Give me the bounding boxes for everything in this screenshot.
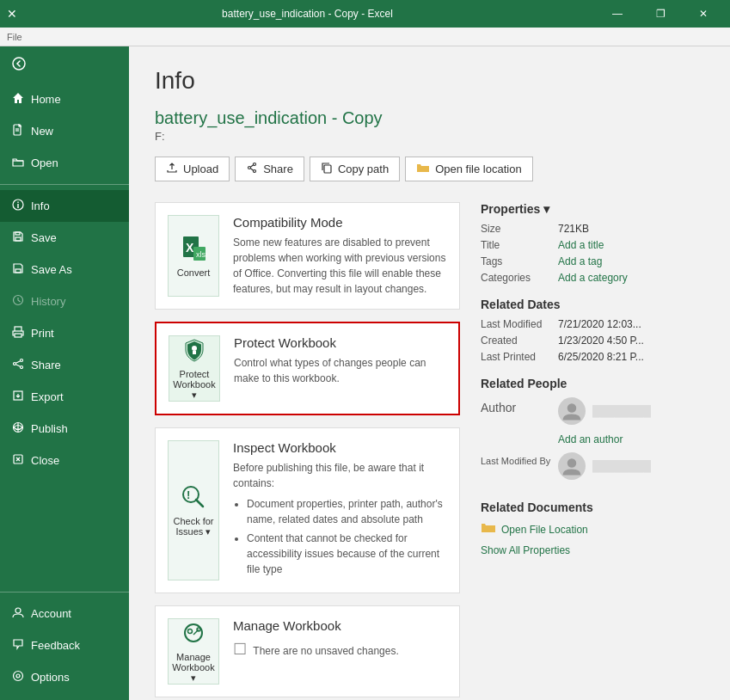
manage-title: Manage Workbook (233, 618, 447, 633)
page-title: Info (155, 67, 704, 95)
prop-label-printed: Last Printed (481, 351, 558, 363)
sidebar-item-publish[interactable]: Publish (0, 413, 129, 445)
last-modified-avatar (558, 452, 586, 480)
prop-row-tags: Tags Add a tag (481, 255, 704, 267)
title-bar-center: battery_use_indication - Copy - Excel (17, 8, 598, 20)
ribbon-placeholder: File (7, 32, 22, 42)
sidebar-item-saveas[interactable]: Save As (0, 254, 129, 286)
add-author-link[interactable]: Add an author (558, 433, 623, 445)
action-buttons: Upload Share Copy path Open file locatio… (155, 157, 704, 181)
sidebar-item-account[interactable]: Account (0, 598, 129, 629)
sidebar-item-label-home: Home (31, 93, 61, 106)
minimize-button[interactable]: — (598, 0, 637, 28)
sidebar-item-options[interactable]: Options (0, 661, 129, 693)
history-icon (12, 294, 24, 309)
sidebar-item-label-info: Info (31, 200, 50, 212)
properties-title: Properties ▾ (481, 202, 704, 216)
title-bar-right: — ❐ ✕ (598, 0, 723, 28)
convert-title: Compatibility Mode (233, 215, 447, 230)
svg-line-40 (196, 500, 203, 507)
svg-line-17 (15, 361, 20, 363)
manage-icon-button[interactable]: ManageWorkbook ▾ (168, 618, 219, 685)
upload-label: Upload (183, 163, 218, 175)
sidebar-item-label-close: Close (31, 454, 59, 467)
sidebar-item-save[interactable]: Save (0, 222, 129, 254)
sidebar-item-label-account: Account (31, 607, 71, 620)
open-file-location-button[interactable]: Open file location (405, 157, 532, 181)
upload-icon (166, 162, 178, 176)
prop-value-categories[interactable]: Add a category (558, 272, 628, 284)
svg-rect-7 (17, 202, 18, 203)
check-icon-button[interactable]: ! Check forIssues ▾ (168, 440, 219, 580)
prop-row-created: Created 1/23/2020 4:50 P... (481, 335, 704, 347)
sidebar-item-feedback[interactable]: Feedback (0, 629, 129, 661)
file-path: F: (155, 130, 704, 143)
prop-value-tags[interactable]: Add a tag (558, 255, 602, 267)
close-button[interactable]: ✕ (684, 0, 723, 28)
author-name: ████████ (592, 405, 651, 417)
restore-button[interactable]: ❐ (641, 0, 680, 28)
sidebar-item-label-share: Share (31, 359, 61, 371)
svg-point-14 (21, 359, 23, 362)
main-layout: Home New Open Info Save (0, 46, 730, 700)
svg-rect-33 (324, 165, 331, 173)
last-modified-person-row: ████████ (558, 452, 651, 480)
prop-value-title[interactable]: Add a title (558, 239, 604, 251)
check-content: Inspect Workbook Before publishing this … (233, 440, 447, 580)
sidebar-item-label-history: History (31, 295, 65, 308)
two-column-layout: X xlsx Convert Compatibility Mode Some n… (155, 202, 704, 700)
copy-path-button[interactable]: Copy path (310, 157, 400, 181)
sidebar-item-label-new: New (31, 125, 53, 138)
publish-icon (12, 421, 24, 436)
open-file-location-link[interactable]: Open File Location (481, 521, 704, 537)
feedback-icon (12, 638, 24, 653)
prop-label-title: Title (481, 239, 558, 251)
svg-point-28 (254, 163, 256, 166)
convert-label: Convert (177, 267, 211, 278)
sidebar-item-share[interactable]: Share (0, 349, 129, 381)
sidebar-item-open[interactable]: Open (0, 147, 129, 179)
protect-icon-button[interactable]: ProtectWorkbook ▾ (169, 335, 220, 402)
sidebar-item-print[interactable]: Print (0, 317, 129, 349)
svg-rect-8 (15, 237, 21, 241)
svg-point-29 (254, 170, 256, 173)
save-icon (12, 230, 24, 245)
svg-text:!: ! (187, 488, 190, 501)
sidebar-item-new[interactable]: New (0, 115, 129, 147)
back-button[interactable] (0, 46, 129, 83)
svg-line-32 (251, 169, 254, 170)
check-icon-emoji: ! (180, 483, 207, 513)
convert-card: X xlsx Convert Compatibility Mode Some n… (155, 202, 460, 310)
author-avatar (558, 397, 586, 425)
prop-label-tags: Tags (481, 255, 558, 267)
sidebar-item-close[interactable]: Close (0, 445, 129, 476)
check-card: ! Check forIssues ▾ Inspect Workbook Bef… (155, 427, 460, 593)
svg-line-31 (251, 165, 254, 167)
sidebar-item-export[interactable]: Export (0, 381, 129, 413)
title-bar: ✕ battery_use_indication - Copy - Excel … (0, 0, 730, 28)
convert-icon-button[interactable]: X xlsx Convert (168, 215, 219, 297)
svg-point-45 (567, 403, 577, 413)
sidebar-item-label-print: Print (31, 327, 54, 340)
prop-value-size: 721KB (558, 223, 589, 235)
protect-label: ProtectWorkbook ▾ (169, 369, 219, 401)
protect-title: Protect Workbook (234, 335, 446, 350)
svg-rect-12 (15, 334, 21, 337)
properties-section: Properties ▾ Size 721KB Title Add a titl… (481, 202, 704, 284)
file-name: battery_use_indication - Copy (155, 108, 704, 128)
sidebar-item-label-save: Save (31, 231, 57, 244)
prop-value-printed: 6/25/2020 8:21 P... (558, 351, 644, 363)
protect-content: Protect Workbook Control what types of c… (234, 335, 446, 402)
share-icon (12, 358, 24, 372)
copy-icon (321, 162, 333, 176)
show-all-properties-link[interactable]: Show All Properties (481, 544, 570, 556)
folder-icon (416, 162, 430, 176)
svg-rect-9 (15, 232, 20, 235)
sidebar-item-info[interactable]: Info (0, 190, 129, 222)
upload-button[interactable]: Upload (155, 157, 230, 181)
sidebar-item-home[interactable]: Home (0, 83, 129, 115)
sidebar-item-label-options: Options (31, 671, 70, 684)
share-button[interactable]: Share (235, 157, 304, 181)
prop-value-modified: 7/21/2020 12:03... (558, 318, 641, 330)
share-btn-label: Share (263, 163, 293, 175)
